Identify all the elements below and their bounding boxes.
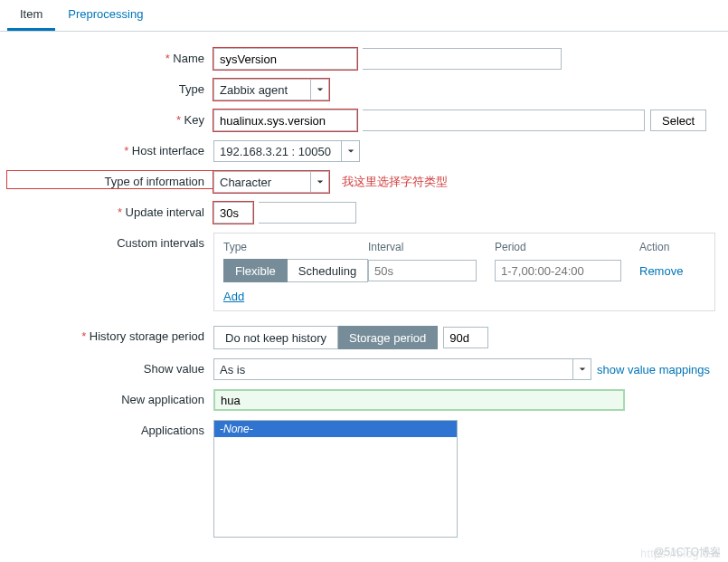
applications-option-none[interactable]: -None- — [214, 421, 457, 437]
host-interface-select[interactable]: 192.168.3.21 : 10050 — [213, 140, 342, 162]
show-value-select[interactable]: As is — [213, 358, 573, 380]
label-key: Key — [184, 113, 204, 127]
chevron-down-icon[interactable] — [311, 79, 329, 100]
ci-header-action: Action — [639, 241, 705, 253]
chevron-down-icon[interactable] — [573, 358, 591, 380]
key-input[interactable] — [213, 110, 357, 131]
ci-header-period: Period — [495, 241, 639, 253]
label-name: Name — [173, 52, 204, 65]
label-type: Type — [179, 82, 204, 96]
type-select[interactable]: Zabbix agent — [213, 79, 311, 100]
label-custom-intervals: Custom intervals — [117, 236, 204, 250]
annotation-text: 我这里选择字符类型 — [342, 174, 448, 190]
chevron-down-icon[interactable] — [342, 140, 360, 162]
seg-do-not-keep-history[interactable]: Do not keep history — [213, 326, 338, 349]
label-type-of-info: Type of information — [104, 175, 204, 188]
chevron-down-icon[interactable] — [311, 171, 329, 193]
ci-add-link[interactable]: Add — [223, 290, 244, 303]
applications-select[interactable]: -None- — [213, 420, 458, 538]
new-application-input[interactable] — [213, 389, 625, 411]
ci-interval-input[interactable] — [368, 260, 477, 281]
watermark: @51CTO博客 — [653, 545, 721, 560]
seg-flexible[interactable]: Flexible — [223, 259, 288, 282]
label-applications: Applications — [141, 424, 204, 437]
label-new-application: New application — [121, 393, 204, 406]
tab-preprocessing[interactable]: Preprocessing — [55, 0, 156, 31]
history-period-input[interactable] — [443, 327, 488, 348]
ci-header-type: Type — [223, 241, 368, 253]
tab-item[interactable]: Item — [7, 0, 55, 31]
ci-period-input[interactable] — [495, 260, 621, 281]
update-interval-input[interactable] — [213, 202, 253, 224]
label-history-storage: History storage period — [90, 329, 204, 343]
label-host-interface: Host interface — [132, 144, 204, 157]
show-value-mappings-link[interactable]: show value mappings — [597, 363, 710, 376]
label-show-value: Show value — [144, 362, 204, 376]
seg-storage-period[interactable]: Storage period — [338, 326, 438, 349]
seg-scheduling[interactable]: Scheduling — [288, 259, 368, 282]
ci-remove-link[interactable]: Remove — [639, 264, 683, 278]
label-update-interval: Update interval — [126, 205, 204, 219]
select-button[interactable]: Select — [650, 110, 706, 131]
ci-header-interval: Interval — [368, 241, 495, 253]
type-of-info-select[interactable]: Character — [213, 171, 311, 193]
name-input[interactable] — [213, 48, 357, 70]
